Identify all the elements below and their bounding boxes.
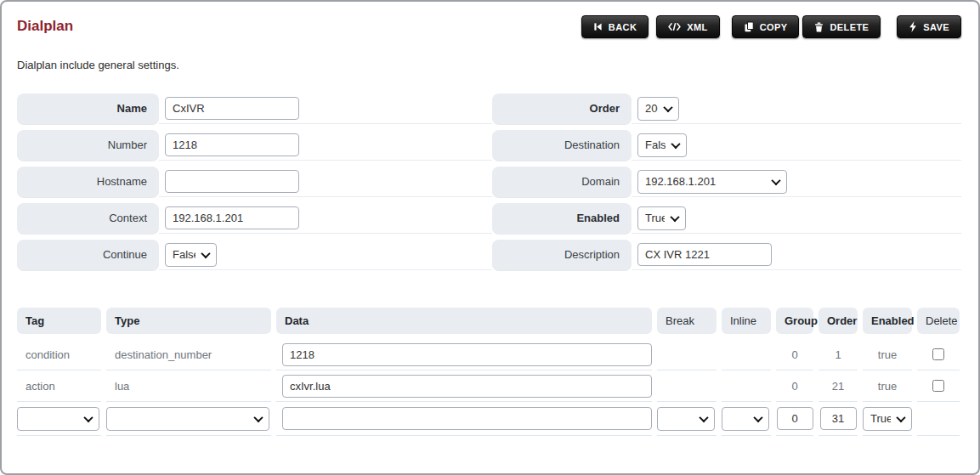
row-delete-checkbox[interactable] (932, 380, 944, 392)
context-field-cell (159, 203, 492, 234)
row-break (657, 339, 717, 370)
name-label: Name (17, 93, 159, 124)
context-input[interactable] (165, 206, 299, 229)
page-description: Dialplan include general settings. (17, 59, 961, 71)
destination-select-wrap: False (637, 133, 687, 157)
name-input[interactable] (165, 97, 299, 120)
row-break (657, 370, 717, 402)
domain-select[interactable]: 192.168.1.201 (637, 170, 787, 194)
order-select[interactable]: 200 (637, 97, 679, 121)
dialplan-details-table: Tag Type Data Break Inline Group Order E… (17, 308, 961, 436)
description-field-cell (632, 240, 961, 270)
copy-icon (744, 21, 754, 32)
delete-button[interactable]: DELETE (802, 15, 881, 38)
code-icon (668, 22, 681, 31)
new-row-order-cell (819, 402, 858, 436)
continue-label: Continue (17, 240, 159, 270)
new-row-data-cell (276, 402, 652, 436)
context-label: Context (17, 203, 159, 234)
description-label: Description (492, 240, 632, 270)
row-delete-cell (917, 339, 960, 370)
enabled-field-cell: True (632, 203, 961, 234)
row-order: 1 (819, 339, 858, 370)
domain-label: Domain (492, 167, 632, 197)
row-type: lua (106, 370, 271, 402)
new-enabled-select[interactable]: True (863, 407, 912, 431)
domain-select-wrap: 192.168.1.201 (637, 170, 787, 194)
save-button-label: SAVE (923, 22, 949, 32)
copy-button-label: COPY (760, 22, 788, 32)
hostname-input[interactable] (165, 170, 299, 193)
data-column-header: Data (276, 308, 652, 334)
new-tag-select[interactable] (17, 407, 99, 431)
destination-field-cell: False (632, 130, 961, 161)
new-break-select-wrap (657, 407, 715, 431)
row-inline (722, 370, 771, 402)
row-group: 0 (776, 370, 813, 402)
enabled-column-header: Enabled (863, 308, 912, 334)
back-button[interactable]: BACK (581, 15, 649, 38)
toolbar: BACK XML COPY (581, 15, 961, 38)
xml-button[interactable]: XML (656, 15, 719, 38)
continue-field-cell: False (159, 240, 492, 270)
destination-label: Destination (492, 130, 632, 161)
new-tag-select-wrap (17, 407, 99, 431)
new-type-select[interactable] (106, 407, 269, 431)
row-group: 0 (776, 339, 813, 370)
copy-button[interactable]: COPY (732, 15, 800, 38)
order-label: Order (492, 93, 632, 124)
new-inline-select[interactable] (722, 407, 769, 431)
new-order-input[interactable] (820, 407, 857, 430)
new-row-group-cell (776, 402, 813, 436)
type-column-header: Type (106, 308, 271, 334)
description-input[interactable] (637, 243, 772, 266)
domain-field-cell: 192.168.1.201 (632, 167, 961, 197)
order-field-cell: 200 (632, 93, 961, 124)
xml-button-label: XML (687, 22, 707, 32)
row-delete-cell (917, 370, 960, 402)
new-enabled-select-wrap: True (863, 407, 912, 431)
new-data-input[interactable] (282, 407, 652, 430)
trash-icon (814, 22, 824, 32)
lightning-icon (909, 21, 917, 32)
page-title: Dialplan (17, 18, 73, 35)
new-row-inline-cell (722, 402, 771, 436)
row-data-input[interactable] (282, 343, 652, 366)
back-button-label: BACK (609, 22, 637, 32)
row-enabled: true (863, 339, 912, 370)
new-row-tag-cell (17, 402, 101, 436)
enabled-select-wrap: True (637, 206, 686, 230)
enabled-label: Enabled (492, 203, 632, 234)
name-field-cell (159, 93, 492, 124)
row-tag: condition (17, 339, 101, 370)
dialplan-form: Name Order 200 Number Destination False (17, 93, 961, 270)
new-row-break-cell (657, 402, 717, 436)
continue-select[interactable]: False (165, 243, 217, 267)
top-bar: Dialplan BACK XML (17, 14, 961, 38)
skip-back-icon (593, 22, 603, 31)
new-row-type-cell (106, 402, 271, 436)
row-data-cell (276, 339, 652, 370)
row-order: 21 (819, 370, 858, 402)
new-row-delete-cell (917, 402, 960, 436)
row-type: destination_number (106, 339, 271, 370)
number-input[interactable] (165, 133, 299, 156)
order-column-header: Order (819, 308, 858, 334)
new-group-input[interactable] (777, 407, 813, 430)
group-column-header: Group (776, 308, 813, 334)
destination-select[interactable]: False (637, 133, 687, 157)
row-data-input[interactable] (282, 375, 652, 398)
new-row-enabled-cell: True (863, 402, 912, 436)
order-select-wrap: 200 (637, 97, 679, 121)
delete-button-label: DELETE (830, 22, 869, 32)
continue-select-wrap: False (165, 243, 217, 267)
tag-column-header: Tag (17, 308, 101, 334)
row-delete-checkbox[interactable] (932, 348, 944, 360)
save-button[interactable]: SAVE (897, 15, 961, 38)
number-field-cell (159, 130, 492, 161)
row-tag: action (17, 370, 101, 402)
new-break-select[interactable] (657, 407, 715, 431)
enabled-select[interactable]: True (637, 206, 686, 230)
hostname-field-cell (159, 167, 492, 197)
row-data-cell (276, 370, 652, 402)
